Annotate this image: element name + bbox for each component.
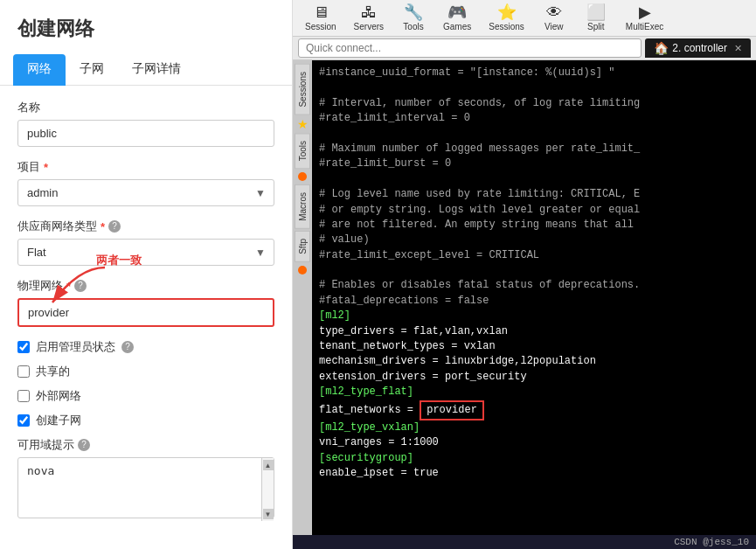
orange-dot-2 (298, 266, 307, 274)
terminal-line: type_drivers = flat,vlan,vxlan (319, 324, 749, 339)
dns-group: 可用域提示 ? nova ▲ ▼ (17, 437, 274, 522)
session-tab[interactable]: 🏠 2. controller ✕ (645, 38, 751, 58)
physical-network-input[interactable] (17, 298, 274, 327)
shared-label[interactable]: 共享的 (17, 364, 274, 379)
dns-scroll-up[interactable]: ▲ (263, 460, 274, 470)
terminal-line: enable_ipset = true (319, 466, 749, 481)
terminal-line: # value) (319, 233, 749, 247)
side-tab-tools[interactable]: Tools (295, 133, 310, 169)
project-label: 项目 * (17, 159, 274, 175)
terminal-line: extension_drivers = port_security (319, 370, 749, 385)
dns-textarea[interactable]: nova (17, 457, 274, 518)
dns-scroll-down[interactable]: ▼ (263, 509, 274, 519)
toolbar-multiexec-btn[interactable]: ▶ MultiExec (617, 2, 672, 34)
terminal-line: vni_ranges = 1:1000 (319, 435, 749, 450)
side-tabs: Sessions ★ Tools Macros Sftp (293, 60, 312, 535)
terminal-line: #rate_limit_except_level = CRITICAL (319, 248, 749, 263)
toolbar-sessions-btn[interactable]: ⭐ Sessions (480, 2, 533, 34)
terminal-line: [ml2_type_vxlan] (319, 420, 749, 435)
multiexec-icon: ▶ (639, 4, 651, 20)
admin-state-group: 启用管理员状态 ? (17, 339, 274, 355)
physical-network-group: 物理网络 * ? 两者一致 (17, 278, 274, 327)
physical-network-label: 物理网络 * ? (17, 278, 274, 294)
external-network-group: 外部网络 (17, 388, 274, 404)
toolbar-view-btn[interactable]: 👁 View (533, 2, 575, 34)
provider-type-select[interactable]: Flat (17, 239, 274, 266)
project-required-star: * (44, 161, 48, 174)
provider-highlight: provider (420, 400, 484, 420)
create-subnet-group: 创建子网 (17, 413, 274, 428)
terminal-line (319, 127, 749, 142)
dns-scrollbar: ▲ ▼ (261, 458, 274, 521)
star-icon: ★ (297, 117, 309, 131)
terminal-content[interactable]: #instance_uuid_format = "[instance: %(uu… (312, 60, 756, 535)
terminal-line: # or empty string. Logs with level great… (319, 203, 749, 218)
side-tab-macros[interactable]: Macros (295, 184, 310, 229)
name-label: 名称 (17, 100, 274, 115)
tab-subnet[interactable]: 子网 (66, 54, 118, 86)
annotation-text: 两者一致 (96, 253, 142, 268)
terminal-line: #instance_uuid_format = "[instance: %(uu… (319, 66, 749, 80)
toolbar-split-btn[interactable]: ⬜ Split (575, 2, 617, 34)
terminal-line: mechanism_drivers = linuxbridge,l2popula… (319, 354, 749, 369)
quick-connect-input[interactable] (298, 38, 642, 58)
tab-bar: 网络 子网 子网详情 (0, 54, 292, 86)
name-input[interactable] (17, 120, 274, 147)
physical-network-help-icon[interactable]: ? (74, 280, 87, 292)
provider-type-select-wrapper: Flat ▼ (17, 239, 274, 266)
panel-title: 创建网络 (0, 0, 292, 54)
side-tab-sessions[interactable]: Sessions (295, 64, 310, 115)
physical-network-star: * (66, 280, 71, 293)
project-select-wrapper: admin ▼ (17, 179, 274, 206)
terminal-line: # Enables or disables fatal status of de… (319, 278, 749, 293)
session-icon: 🖥 (313, 4, 329, 20)
side-tab-sftp[interactable]: Sftp (295, 231, 310, 262)
project-select[interactable]: admin (17, 179, 274, 206)
session-tab-icon: 🏠 (654, 41, 669, 55)
left-panel: 创建网络 网络 子网 子网详情 名称 项目 * admin ▼ (0, 0, 293, 549)
session-tab-close[interactable]: ✕ (734, 43, 742, 54)
terminal-toolbar: 🖥 Session 🖧 Servers 🔧 Tools 🎮 Games ⭐ Se… (293, 0, 756, 37)
create-subnet-label[interactable]: 创建子网 (17, 413, 274, 428)
project-group: 项目 * admin ▼ (17, 159, 274, 206)
external-network-label[interactable]: 外部网络 (17, 388, 274, 404)
toolbar-tools-btn[interactable]: 🔧 Tools (392, 2, 434, 34)
name-group: 名称 (17, 100, 274, 147)
terminal-line: flat_networks = provider (319, 400, 749, 420)
admin-state-help-icon[interactable]: ? (121, 341, 134, 353)
servers-icon: 🖧 (361, 4, 377, 20)
games-icon: 🎮 (447, 4, 467, 20)
terminal-line: [ml2] (319, 309, 749, 323)
terminal-line: # are not filtered. An empty string mean… (319, 218, 749, 233)
tab-subnet-detail[interactable]: 子网详情 (118, 54, 195, 86)
provider-type-help-icon[interactable]: ? (108, 220, 121, 233)
toolbar-games-btn[interactable]: 🎮 Games (434, 2, 480, 34)
admin-state-checkbox[interactable] (17, 341, 30, 353)
shared-checkbox[interactable] (17, 365, 30, 378)
terminal-line: #rate_limit_interval = 0 (319, 111, 749, 126)
admin-state-label[interactable]: 启用管理员状态 ? (17, 339, 274, 355)
session-bar: 🏠 2. controller ✕ (293, 37, 756, 60)
terminal-line (319, 263, 749, 278)
terminal-line: #rate_limit_burst = 0 (319, 156, 749, 171)
tab-network[interactable]: 网络 (13, 54, 66, 86)
toolbar-session-btn[interactable]: 🖥 Session (296, 2, 345, 34)
terminal-line: [securitygroup] (319, 451, 749, 466)
external-network-checkbox[interactable] (17, 390, 30, 402)
physical-network-input-wrapper: 两者一致 (17, 298, 274, 327)
dns-textarea-wrapper: nova ▲ ▼ (17, 457, 274, 522)
orange-dot (298, 172, 307, 181)
terminal-body: Sessions ★ Tools Macros Sftp #instance_u… (293, 60, 756, 535)
terminal-line: [ml2_type_flat] (319, 385, 749, 400)
provider-type-label: 供应商网络类型 * ? (17, 219, 274, 234)
terminal-line (319, 172, 749, 187)
dns-label: 可用域提示 ? (17, 437, 274, 453)
provider-type-star: * (101, 220, 105, 233)
terminal-line: # Interval, number of seconds, of log ra… (319, 96, 749, 111)
create-subnet-checkbox[interactable] (17, 414, 30, 427)
toolbar-servers-btn[interactable]: 🖧 Servers (345, 2, 392, 34)
provider-type-group: 供应商网络类型 * ? Flat ▼ (17, 219, 274, 266)
right-panel: 🖥 Session 🖧 Servers 🔧 Tools 🎮 Games ⭐ Se… (293, 0, 756, 549)
dns-help-icon[interactable]: ? (78, 439, 90, 451)
form-section: 名称 项目 * admin ▼ 供应商网络类型 * ? (0, 100, 292, 534)
